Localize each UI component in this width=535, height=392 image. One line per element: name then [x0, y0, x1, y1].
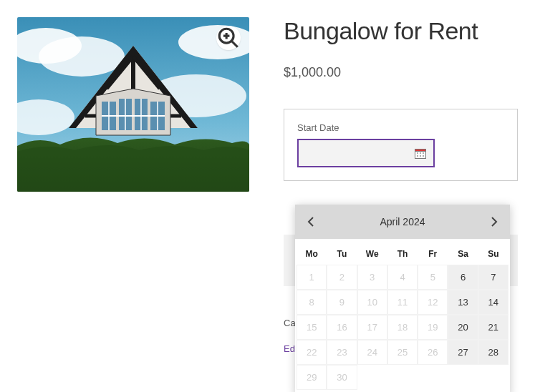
zoom-icon[interactable] [216, 26, 241, 50]
dow-header: Tu [327, 243, 357, 265]
svg-rect-32 [417, 155, 418, 157]
dow-header: Th [387, 243, 418, 265]
calendar-day[interactable]: 6 [448, 265, 478, 290]
calendar-day-disabled: 3 [357, 265, 387, 290]
calendar-day[interactable]: 28 [478, 340, 509, 365]
calendar-day[interactable]: 14 [478, 290, 509, 315]
start-date-label: Start Date [297, 122, 504, 133]
prev-month-button[interactable] [302, 213, 319, 230]
calendar-day-disabled: 1 [297, 265, 327, 290]
calendar-title: April 2024 [380, 216, 425, 227]
dow-header: Mo [297, 243, 327, 265]
dow-header: Fr [418, 243, 448, 265]
calendar-icon [415, 148, 426, 159]
calendar-empty [478, 365, 509, 390]
calendar-day-disabled: 2 [327, 265, 357, 290]
calendar-day-disabled: 11 [387, 290, 418, 315]
next-month-button[interactable] [486, 213, 503, 230]
svg-rect-28 [415, 149, 426, 151]
calendar-day[interactable]: 27 [448, 340, 478, 365]
calendar-day-disabled: 4 [387, 265, 418, 290]
svg-rect-29 [417, 152, 418, 154]
calendar-empty [418, 365, 448, 390]
start-date-input[interactable] [297, 139, 435, 167]
svg-rect-34 [423, 155, 424, 157]
calendar-day-disabled: 29 [297, 365, 327, 390]
datepicker: April 2024 MoTuWeThFrSaSu123456789101112… [295, 205, 510, 392]
svg-point-2 [39, 36, 125, 77]
calendar-day[interactable]: 13 [448, 290, 478, 315]
calendar-day-disabled: 19 [418, 315, 448, 340]
calendar-day-disabled: 30 [327, 365, 357, 390]
product-title: Bungalow for Rent [284, 17, 518, 45]
calendar-day[interactable]: 21 [478, 315, 509, 340]
product-price: $1,000.00 [284, 65, 518, 80]
calendar-day-disabled: 25 [387, 340, 418, 365]
calendar-day[interactable]: 20 [448, 315, 478, 340]
calendar-day[interactable]: 7 [478, 265, 509, 290]
booking-form: Start Date [284, 109, 518, 181]
calendar-day-disabled: 8 [297, 290, 327, 315]
svg-rect-30 [420, 152, 421, 154]
product-image[interactable] [17, 17, 249, 192]
calendar-day-disabled: 16 [327, 315, 357, 340]
calendar-empty [357, 365, 387, 390]
calendar-day-disabled: 22 [297, 340, 327, 365]
dow-header: Sa [448, 243, 478, 265]
calendar-day-disabled: 10 [357, 290, 387, 315]
dow-header: We [357, 243, 387, 265]
calendar-empty [387, 365, 418, 390]
svg-rect-33 [420, 155, 421, 157]
calendar-day-disabled: 12 [418, 290, 448, 315]
svg-rect-31 [423, 152, 424, 154]
calendar-day-disabled: 23 [327, 340, 357, 365]
calendar-empty [448, 365, 478, 390]
calendar-day-disabled: 5 [418, 265, 448, 290]
calendar-day-disabled: 26 [418, 340, 448, 365]
calendar-day-disabled: 24 [357, 340, 387, 365]
calendar-day-disabled: 18 [387, 315, 418, 340]
svg-line-24 [231, 41, 238, 47]
calendar-day-disabled: 9 [327, 290, 357, 315]
dow-header: Su [478, 243, 509, 265]
calendar-day-disabled: 15 [297, 315, 327, 340]
calendar-day-disabled: 17 [357, 315, 387, 340]
